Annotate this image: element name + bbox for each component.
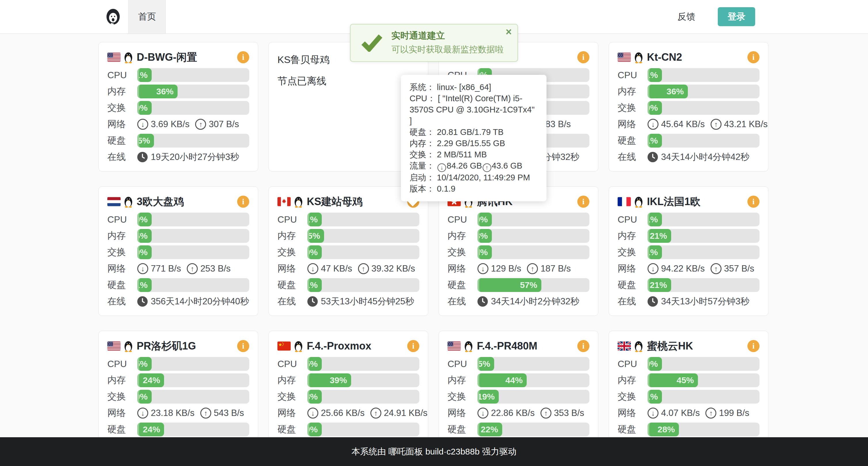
network-row: 网络↓23.18 KB/s↑543 B/s <box>107 406 249 420</box>
clock-icon <box>137 152 148 162</box>
nav-home-tab[interactable]: 首页 <box>128 0 166 33</box>
upload-speed: 24.91 KB/s <box>384 408 428 418</box>
info-icon[interactable]: i <box>577 340 589 352</box>
usage-percent-label: 8% <box>307 392 318 402</box>
memory-row: 内存36% <box>107 85 249 98</box>
us-flag-icon <box>618 53 631 62</box>
info-icon[interactable]: i <box>237 196 249 208</box>
swap-usage-bar: 1% <box>648 245 760 259</box>
us-flag-icon <box>107 53 121 62</box>
metric-label: 内存 <box>107 374 137 387</box>
metric-label: 硬盘 <box>618 423 648 436</box>
memory-row: 内存15% <box>277 229 419 243</box>
info-icon[interactable]: i <box>747 196 760 208</box>
metric-label: 硬盘 <box>618 134 648 147</box>
usage-percent-label: 19% <box>477 392 495 402</box>
swap-row: 交换0% <box>277 245 419 259</box>
feedback-link[interactable]: 反馈 <box>678 0 695 33</box>
download-speed: 3.69 KB/s <box>151 119 189 129</box>
login-button[interactable]: 登录 <box>718 7 755 26</box>
info-icon[interactable]: i <box>237 51 249 63</box>
fr-flag-icon <box>618 197 631 206</box>
card-header: F.4.-Proxmoxi <box>277 338 419 354</box>
uptime-row: 在线34天14小时2分钟32秒 <box>447 295 589 308</box>
metric-label: 内存 <box>618 85 648 98</box>
metric-label: 交换 <box>618 390 648 403</box>
ca-flag-icon <box>277 197 291 206</box>
tooltip-label: 流量： <box>409 161 435 170</box>
disk-usage-bar: 10% <box>307 423 419 436</box>
usage-percent-label: 0% <box>137 247 148 257</box>
uptime-row: 在线34天14小时4分钟42秒 <box>618 150 760 164</box>
download-icon: ↓ <box>648 263 658 274</box>
swap-usage-bar: NaN% <box>477 245 589 259</box>
cpu-usage-bar: 1% <box>137 68 249 82</box>
tooltip-row-traffic: 流量：↓84.26 GB↑43.6 GB <box>409 160 538 172</box>
linux-penguin-icon <box>634 340 644 352</box>
swap-usage-fill: 0% <box>307 245 322 259</box>
download-icon: ↓ <box>437 163 446 172</box>
metric-label: 硬盘 <box>107 279 137 291</box>
usage-percent-label: 24% <box>143 375 160 385</box>
usage-percent-label: 1% <box>137 280 148 290</box>
disk-usage-fill: 57% <box>477 278 541 292</box>
usage-percent-label: 0% <box>137 392 148 402</box>
metric-label: 硬盘 <box>107 423 137 436</box>
network-row: 网络↓47 KB/s↑39.32 KB/s <box>277 262 419 275</box>
upload-speed: 357 B/s <box>724 264 754 274</box>
cpu-usage-bar: 1% <box>648 68 760 82</box>
metric-label: CPU <box>107 70 137 80</box>
metric-label: 在线 <box>618 295 648 308</box>
info-icon[interactable]: i <box>747 340 760 352</box>
server-name: F.4.-PR480M <box>477 340 577 352</box>
swap-usage-fill: 0% <box>137 245 152 259</box>
server-card: IKL法国1欧iCPU1%内存21%交换1%网络↓94.22 KB/s↑357 … <box>609 187 768 316</box>
upload-icon: ↑ <box>195 119 206 130</box>
cpu-usage-fill: 5% <box>137 357 152 371</box>
metric-label: CPU <box>107 359 137 369</box>
upload-icon: ↑ <box>711 263 721 274</box>
usage-percent-label: 1% <box>648 214 658 224</box>
disk-usage-bar: 24% <box>137 423 249 436</box>
info-icon[interactable]: i <box>577 51 589 63</box>
card-header: 蜜桃云HKi <box>618 338 760 354</box>
swap-usage-fill: 1% <box>648 390 662 404</box>
info-icon[interactable]: i <box>237 340 249 352</box>
swap-usage-fill: 0% <box>648 101 662 115</box>
memory-usage-fill: 3% <box>477 229 492 243</box>
info-icon[interactable]: i <box>407 340 419 352</box>
download-speed: 45.64 KB/s <box>661 119 705 129</box>
info-icon[interactable]: i <box>747 51 760 63</box>
swap-usage-bar: 0% <box>137 245 249 259</box>
memory-usage-fill: 6% <box>137 229 152 243</box>
metric-label: 网络 <box>618 118 648 131</box>
memory-row: 内存45% <box>618 373 760 387</box>
server-name: KS建站母鸡 <box>307 195 407 209</box>
metric-label: 网络 <box>107 407 137 420</box>
disk-usage-bar: 1% <box>307 278 419 292</box>
tooltip-value: linux- [x86_64] <box>437 82 491 92</box>
cpu-row: CPU5% <box>277 357 419 371</box>
disk-usage-bar: 28% <box>648 423 760 436</box>
close-icon[interactable]: × <box>506 27 512 37</box>
metric-label: 内存 <box>618 374 648 387</box>
uptime-value: 19天20小时27分钟3秒 <box>151 151 239 163</box>
toast-text: 实时通道建立 可以实时获取最新监控数据啦 <box>392 30 504 56</box>
swap-row: 交换19% <box>447 390 589 404</box>
tooltip-value: 20.81 GB/1.79 TB <box>437 127 504 137</box>
toast-realtime-channel: 实时通道建立 可以实时获取最新监控数据啦 × <box>350 24 518 62</box>
meme-cat-logo[interactable] <box>105 8 121 25</box>
offline-status-text: 节点已离线 <box>277 74 419 88</box>
disk-usage-fill: 21% <box>648 278 671 292</box>
memory-usage-bar: 36% <box>648 85 760 98</box>
metric-label: CPU <box>107 214 137 225</box>
upload-speed: 543 B/s <box>214 408 244 418</box>
card-header: PR洛杉矶1Gi <box>107 338 249 354</box>
upload-icon: ↑ <box>358 263 369 274</box>
usage-percent-label: 15% <box>307 231 320 241</box>
info-icon[interactable]: i <box>577 196 589 208</box>
metric-label: 硬盘 <box>277 279 307 291</box>
swap-usage-fill: 0% <box>137 101 152 115</box>
tooltip-value: 2.29 GB/15.55 GB <box>437 139 505 148</box>
upload-speed: 187 B/s <box>540 264 571 274</box>
